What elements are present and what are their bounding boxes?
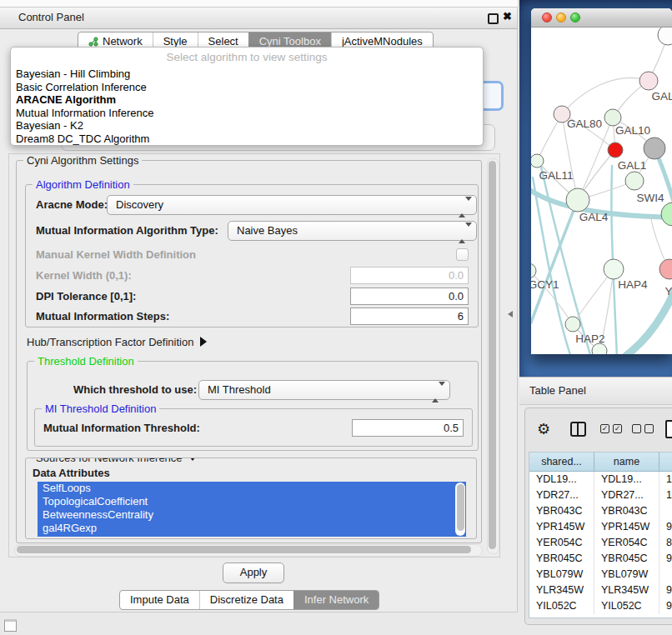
network-node[interactable]	[608, 142, 623, 158]
mi-steps-label: Mutual Information Steps:	[36, 310, 169, 322]
kernel-width-field[interactable]: 0.0	[350, 267, 469, 284]
aracne-mode-combo[interactable]: Discovery	[107, 195, 477, 215]
algorithm-definition-group: Algorithm Definition Aracne Mode: Discov…	[25, 184, 479, 328]
cyni-settings-group-title: Cyni Algorithm Settings	[23, 154, 142, 167]
tab-discretize-data[interactable]: Discretize Data	[199, 591, 293, 609]
network-node[interactable]	[659, 259, 672, 279]
column-header-name[interactable]: name	[594, 452, 659, 471]
network-edge[interactable]	[531, 200, 578, 322]
network-node[interactable]	[566, 188, 589, 212]
manual-kernel-checkbox[interactable]	[456, 248, 469, 261]
table-row[interactable]: YDR27...YDR27...12	[529, 488, 672, 503]
network-node[interactable]	[604, 259, 624, 279]
algorithm-dropdown-placeholder: Select algorithm to view settings	[11, 48, 483, 63]
algorithm-option[interactable]: Dream8 DC_TDC Algorithm	[16, 132, 478, 146]
close-traffic-light-icon[interactable]	[542, 12, 552, 22]
table-row[interactable]: YBL079WYBL079W	[529, 567, 672, 582]
threshold-definition-title: Threshold Definition	[34, 355, 138, 368]
algorithm-option[interactable]: Bayesian - K2	[16, 119, 478, 132]
mi-steps-field[interactable]: 6	[350, 308, 469, 325]
network-node[interactable]	[531, 263, 536, 278]
table-row[interactable]: YLR345WYLR345W9.	[529, 582, 672, 598]
apply-button[interactable]: Apply	[223, 562, 284, 583]
algorithm-definition-title: Algorithm Definition	[33, 178, 133, 191]
network-view-window[interactable]: GALGAL80GAL10GAL1GAL11GAL4SWI4GCY1HAP4YH…	[531, 8, 672, 354]
network-node[interactable]	[658, 28, 672, 45]
attribute-item[interactable]: gal4RGexp	[38, 522, 466, 535]
mi-type-label: Mutual Information Algorithm Type:	[36, 224, 218, 237]
network-node-label: GAL80	[567, 118, 602, 130]
network-node[interactable]	[565, 317, 580, 332]
network-node[interactable]	[639, 72, 658, 90]
zoom-traffic-light-icon[interactable]	[570, 12, 580, 22]
hub-tf-expander[interactable]: Hub/Transcription Factor Definition	[27, 336, 207, 348]
network-window-titlebar[interactable]	[531, 8, 672, 28]
tab-infer-network[interactable]: Infer Network	[293, 591, 379, 609]
attribute-item[interactable]: BetweennessCentrality	[38, 508, 466, 522]
which-threshold-label: Which threshold to use:	[73, 383, 197, 396]
table-row[interactable]: YDL19...YDL19...13	[529, 472, 672, 488]
network-node[interactable]	[644, 138, 665, 159]
node-table: shared... name A YDL19...YDL19...13 YDR2…	[529, 452, 672, 618]
attribute-item[interactable]: TopologicalCoefficient	[38, 495, 466, 508]
network-node[interactable]	[592, 343, 607, 354]
table-row[interactable]: YER054CYER054C8.	[529, 535, 672, 551]
settings-horizontal-scrollbar[interactable]	[14, 544, 483, 557]
checked-pair-icon[interactable]: ✓✓	[600, 424, 622, 433]
network-node[interactable]	[625, 172, 644, 190]
splitter-collapse-arrow[interactable]	[508, 311, 513, 318]
unchecked-pair-icon[interactable]	[632, 424, 654, 433]
algorithm-option[interactable]: Basic Correlation Inference	[16, 81, 478, 94]
algorithm-option[interactable]: Mutual Information Inference	[16, 107, 478, 120]
network-icon	[88, 37, 98, 47]
data-attributes-label: Data Attributes	[33, 467, 110, 479]
mi-threshold-field[interactable]: 0.5	[352, 419, 464, 437]
network-node[interactable]	[661, 202, 672, 226]
network-node-label: Y	[664, 285, 672, 298]
document-icon[interactable]	[665, 420, 672, 438]
sources-group-title[interactable]: Sources for Network Inference	[33, 458, 201, 464]
close-icon[interactable]: ✖	[503, 10, 512, 22]
columns-icon[interactable]	[570, 422, 586, 437]
table-row[interactable]: YBR045CYBR045C9.	[529, 551, 672, 567]
mi-type-combo[interactable]: Naive Bayes	[228, 221, 477, 241]
float-panel-icon[interactable]	[488, 13, 499, 24]
stepper-arrows-icon	[459, 224, 472, 242]
column-header-shared-name[interactable]: shared...	[529, 452, 594, 471]
control-panel-title: Control Panel	[18, 11, 84, 23]
threshold-definition-group: Threshold Definition Which threshold to …	[27, 361, 479, 451]
mi-threshold-group-title: MI Threshold Definition	[42, 402, 159, 415]
expander-arrow-icon	[200, 337, 207, 347]
column-header-truncated[interactable]: A	[659, 452, 672, 471]
stepper-arrows-icon	[432, 383, 445, 401]
network-edge[interactable]	[619, 288, 672, 354]
algorithm-option-aracne[interactable]: ARACNE Algorithm	[16, 93, 478, 107]
network-node-label: GAL	[651, 90, 672, 102]
algorithm-option[interactable]: Bayesian - Hill Climbing	[16, 68, 478, 81]
control-panel-titlebar: Control Panel ✖	[0, 8, 517, 29]
network-edge[interactable]	[562, 78, 649, 114]
table-panel-titlebar: Table Panel	[519, 377, 672, 405]
table-panel-body: ⚙ ✓✓ shared... name A YDL19...YDL19...13…	[524, 408, 672, 625]
table-row[interactable]: YIL052CYIL052C9.	[529, 598, 672, 614]
table-row[interactable]: YBR043CYBR043C	[529, 503, 672, 519]
network-canvas[interactable]: GALGAL80GAL10GAL1GAL11GAL4SWI4GCY1HAP4YH…	[531, 28, 672, 354]
settings-vertical-scrollbar[interactable]	[487, 158, 499, 554]
minimize-traffic-light-icon[interactable]	[556, 12, 566, 22]
network-node-label: GAL10	[615, 124, 650, 137]
table-row[interactable]: YPR145WYPR145W9.	[529, 519, 672, 535]
attribute-item[interactable]: SelfLoops	[38, 482, 466, 495]
dpi-tolerance-field[interactable]: 0.0	[350, 288, 469, 305]
attribute-item-partial	[38, 535, 466, 537]
minimized-panel-icon[interactable]	[4, 619, 17, 632]
tab-impute-data[interactable]: Impute Data	[120, 591, 199, 609]
data-attributes-list: SelfLoops TopologicalCoefficient Between…	[38, 482, 466, 537]
which-threshold-combo[interactable]: MI Threshold	[198, 380, 450, 400]
network-node[interactable]	[604, 109, 621, 126]
mi-threshold-group: MI Threshold Definition Mutual Informati…	[34, 408, 473, 447]
gear-icon[interactable]: ⚙	[537, 422, 550, 437]
network-node-label: GCY1	[531, 278, 559, 291]
network-node[interactable]	[531, 154, 544, 168]
network-workspace: GALGAL80GAL10GAL1GAL11GAL4SWI4GCY1HAP4YH…	[519, 0, 672, 377]
attributes-scrollbar[interactable]	[455, 482, 465, 536]
